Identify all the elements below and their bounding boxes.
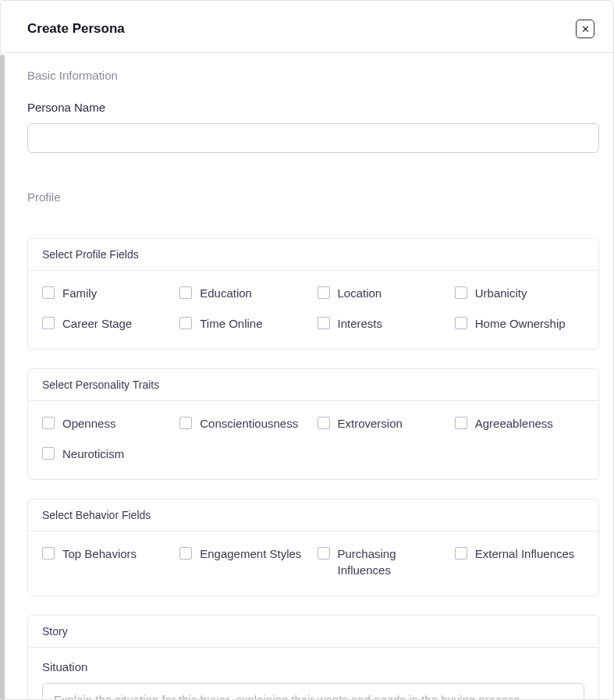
- profile-checkbox-label[interactable]: Career Stage: [62, 315, 132, 332]
- profile-checkbox-label[interactable]: Time Online: [200, 315, 262, 332]
- personality-traits-card-title: Select Personality Traits: [28, 369, 598, 401]
- behavior-checkbox[interactable]: [455, 547, 467, 560]
- profile-option: Family: [42, 285, 172, 301]
- profile-checkbox[interactable]: [42, 317, 55, 329]
- behavior-option: Top Behaviors: [42, 545, 172, 578]
- profile-checkbox-label[interactable]: Family: [62, 285, 97, 301]
- modal-header: Create Persona ✕: [1, 1, 613, 53]
- behavior-checkbox-label[interactable]: External Influences: [475, 545, 575, 562]
- profile-checkbox-label[interactable]: Location: [338, 285, 382, 301]
- behavior-checkbox-label[interactable]: Engagement Styles: [200, 545, 301, 562]
- behavior-fields-grid: Top BehaviorsEngagement StylesPurchasing…: [42, 545, 584, 578]
- profile-option: Urbanicity: [455, 285, 584, 301]
- create-persona-modal: Create Persona ✕ Basic Information Perso…: [0, 0, 614, 700]
- basic-information-heading: Basic Information: [27, 69, 599, 82]
- profile-fields-grid: FamilyEducationLocationUrbanicityCareer …: [42, 285, 584, 332]
- behavior-checkbox[interactable]: [179, 547, 192, 560]
- profile-checkbox[interactable]: [42, 286, 55, 299]
- profile-option: Location: [318, 285, 447, 301]
- behavior-checkbox-label[interactable]: Top Behaviors: [62, 545, 137, 562]
- profile-option: Time Online: [179, 315, 309, 332]
- trait-option: Agreeableness: [455, 415, 584, 432]
- profile-fields-card-title: Select Profile Fields: [28, 239, 598, 271]
- modal-title: Create Persona: [27, 21, 125, 37]
- behavior-fields-card: Select Behavior Fields Top BehaviorsEnga…: [27, 499, 599, 596]
- behavior-checkbox[interactable]: [42, 547, 55, 560]
- profile-checkbox[interactable]: [318, 286, 330, 299]
- trait-checkbox-label[interactable]: Agreeableness: [475, 415, 553, 432]
- trait-checkbox[interactable]: [455, 417, 467, 429]
- profile-checkbox[interactable]: [179, 286, 192, 299]
- story-card-title: Story: [28, 616, 598, 648]
- profile-heading: Profile: [27, 190, 599, 204]
- profile-option: Interests: [318, 315, 447, 332]
- trait-checkbox[interactable]: [318, 417, 330, 429]
- trait-option: Conscientiousness: [179, 415, 309, 432]
- trait-checkbox-label[interactable]: Openness: [62, 415, 115, 432]
- situation-textarea[interactable]: [42, 683, 584, 699]
- profile-checkbox[interactable]: [455, 317, 467, 329]
- scrollbar[interactable]: [0, 55, 5, 700]
- trait-checkbox-label[interactable]: Conscientiousness: [200, 415, 298, 432]
- behavior-fields-card-title: Select Behavior Fields: [28, 499, 598, 531]
- trait-checkbox-label[interactable]: Extroversion: [338, 415, 403, 432]
- profile-checkbox-label[interactable]: Interests: [338, 315, 383, 332]
- close-icon: ✕: [581, 24, 590, 34]
- profile-checkbox[interactable]: [318, 317, 330, 329]
- behavior-checkbox[interactable]: [318, 547, 330, 560]
- profile-checkbox-label[interactable]: Home Ownership: [475, 315, 566, 332]
- behavior-checkbox-label[interactable]: Purchasing Influences: [338, 545, 447, 578]
- persona-name-input[interactable]: [27, 123, 599, 153]
- profile-checkbox-label[interactable]: Urbanicity: [475, 285, 527, 301]
- situation-label: Situation: [42, 660, 584, 673]
- profile-checkbox[interactable]: [179, 317, 192, 329]
- behavior-option: Engagement Styles: [179, 545, 309, 578]
- trait-checkbox-label[interactable]: Neuroticism: [62, 446, 124, 462]
- persona-name-section: Persona Name: [27, 101, 599, 153]
- trait-checkbox[interactable]: [179, 417, 192, 429]
- modal-body: Basic Information Persona Name Profile S…: [1, 53, 613, 699]
- profile-option: Home Ownership: [455, 315, 584, 332]
- trait-option: Openness: [42, 415, 172, 432]
- behavior-option: External Influences: [455, 545, 584, 578]
- story-card: Story Situation: [27, 615, 599, 699]
- personality-traits-grid: OpennessConscientiousnessExtroversionAgr…: [42, 415, 584, 462]
- profile-checkbox[interactable]: [455, 286, 467, 299]
- profile-option: Career Stage: [42, 315, 172, 332]
- trait-option: Extroversion: [318, 415, 447, 432]
- personality-traits-card: Select Personality Traits OpennessConsci…: [27, 368, 599, 480]
- trait-checkbox[interactable]: [42, 417, 55, 429]
- behavior-option: Purchasing Influences: [318, 545, 447, 578]
- profile-checkbox-label[interactable]: Education: [200, 285, 252, 301]
- profile-fields-card: Select Profile Fields FamilyEducationLoc…: [27, 238, 599, 350]
- trait-option: Neuroticism: [42, 446, 172, 462]
- persona-name-label: Persona Name: [27, 101, 599, 114]
- close-button[interactable]: ✕: [576, 20, 594, 38]
- trait-checkbox[interactable]: [42, 447, 55, 460]
- profile-option: Education: [179, 285, 309, 301]
